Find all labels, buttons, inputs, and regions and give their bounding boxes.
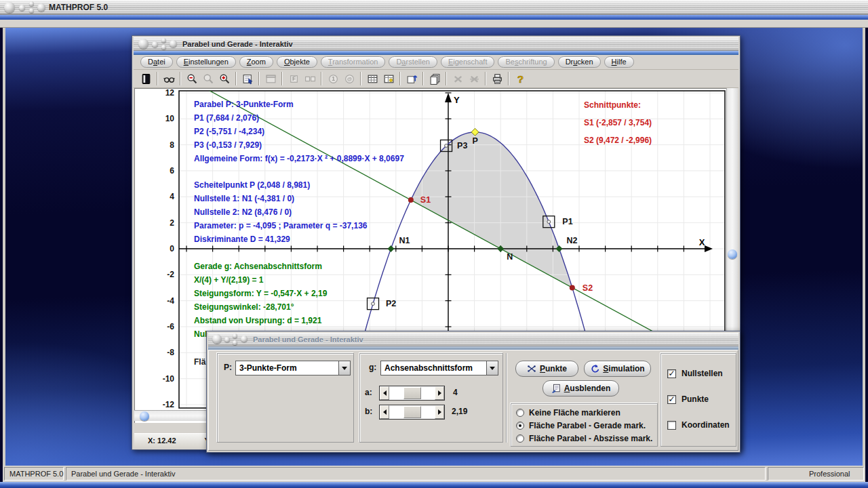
line-info-1: X/(4) + Y/(2,19) = 1	[194, 275, 264, 285]
a-decrement-button[interactable]	[380, 386, 389, 400]
point-label-N: N	[507, 252, 513, 262]
punkte-button[interactable]: Punkte	[515, 361, 578, 377]
graph-menu-button[interactable]	[170, 40, 177, 47]
main-blue-strip	[0, 15, 868, 20]
graph-minimize-button[interactable]	[152, 41, 158, 47]
intersection-info-2: S2 (9,472 / -2,996)	[584, 136, 652, 145]
graph-restore-button[interactable]	[161, 45, 166, 49]
y-tick-label: 10	[165, 114, 175, 123]
radio-option-1[interactable]: Fläche Parabel - Gerade mark.	[516, 421, 646, 430]
glasses-icon[interactable]	[161, 71, 177, 86]
dialog-content: P: 3-Punkte-Form g: Achsenabschnittsform…	[208, 350, 738, 451]
window-up-icon[interactable]	[403, 71, 420, 86]
a-slider-thumb[interactable]	[403, 387, 421, 399]
a-label: a:	[365, 388, 372, 397]
arrow-left-icon	[383, 390, 387, 396]
parabola-form-combobox[interactable]: 3-Punkte-Form	[235, 361, 351, 375]
line-form-combobox[interactable]: Achsenabschnittsform	[380, 361, 498, 375]
main-window-title: MATHPROF 5.0	[49, 3, 108, 12]
printer-icon[interactable]	[489, 71, 505, 86]
window-minimize-button[interactable]	[19, 5, 25, 11]
copies-icon[interactable]	[427, 71, 443, 86]
line-info-0: Gerade g: Achsenabschnittsform	[194, 262, 322, 271]
svg-text:F: F	[292, 75, 295, 82]
dialog-maximize-button[interactable]	[233, 333, 237, 338]
dialog-restore-button[interactable]	[233, 340, 237, 345]
main-window: MATHPROF 5.0 Parabel und Gerade - Intera…	[0, 0, 868, 488]
b-increment-button[interactable]	[435, 405, 444, 419]
point-label-P: P	[473, 136, 478, 146]
horizontal-scrollbar-thumb[interactable]	[140, 411, 149, 421]
properties-icon[interactable]	[239, 71, 256, 86]
line-info-4: Abstand von Ursprung: d = 1,921	[194, 316, 321, 325]
main-titlebar[interactable]: MATHPROF 5.0	[0, 0, 868, 15]
dialog-title: Parabel und Gerade - Interaktiv	[253, 336, 363, 344]
svg-text:1: 1	[332, 75, 335, 82]
dialog-menu-button[interactable]	[241, 336, 248, 342]
window-menu-button[interactable]	[37, 3, 45, 12]
zoom-in-icon[interactable]	[216, 71, 233, 86]
menu-objekte[interactable]: Objekte	[277, 56, 317, 68]
y-tick-label: 4	[170, 192, 174, 201]
radio-option-2[interactable]: Fläche Parabel - Abszisse mark.	[516, 434, 652, 443]
checkbox-label: Punkte	[682, 394, 709, 404]
cursor-x-readout: X: 12.42	[148, 436, 176, 445]
checkbox-punkte[interactable]: ✓Punkte	[667, 394, 709, 404]
parabola-info-0: Parabel P: 3-Punkte-Form	[194, 100, 294, 109]
combo-dropdown-button[interactable]	[338, 361, 350, 375]
window-restore-button[interactable]	[29, 8, 34, 13]
y-tick-label: -4	[167, 296, 174, 306]
table-image-icon[interactable]	[380, 71, 397, 86]
window-maximize-button[interactable]	[29, 1, 34, 6]
graph-maximize-button[interactable]	[161, 38, 166, 43]
simulation-button[interactable]: Simulation	[584, 361, 651, 377]
graph-window-titlebar[interactable]: Parabel und Gerade - Interaktiv	[134, 37, 738, 51]
a-value: 4	[453, 388, 458, 397]
combo-dropdown-button[interactable]	[486, 361, 498, 375]
dialog-titlebar[interactable]: Parabel und Gerade - Interaktiv	[208, 333, 738, 346]
radio-option-0[interactable]: Keine Fläche markieren	[516, 408, 620, 418]
exit-icon[interactable]	[138, 71, 154, 86]
a-slider[interactable]	[379, 386, 445, 401]
menu-hilfe[interactable]: Hilfe	[604, 56, 634, 68]
graph-close-button[interactable]	[138, 39, 149, 49]
a-increment-button[interactable]	[435, 386, 444, 400]
b-slider[interactable]	[379, 405, 445, 420]
separator	[506, 353, 507, 443]
parabola-info2-2: Nullstelle 2: N2 (8,476 / 0)	[194, 207, 292, 217]
parabola-info-1: P1 (7,684 / 2,076)	[194, 113, 259, 123]
punkte-button-label: Punkte	[540, 364, 567, 373]
menu-transformation: Transformation	[321, 56, 386, 68]
ausblenden-button-label: Ausblenden	[564, 384, 611, 393]
dialog-close-button[interactable]	[212, 334, 222, 344]
parabola-info2-4: Diskriminante D = 41,329	[194, 235, 290, 244]
menu-drucken[interactable]: Drucken	[558, 56, 601, 68]
point-label-P2: P2	[386, 299, 396, 308]
vertical-scrollbar-thumb[interactable]	[728, 249, 737, 259]
parabola-info-4: Allgemeine Form: f(x) = -0,2173·X ² + 0,…	[194, 154, 404, 163]
menu-einstellungen[interactable]: Einstellungen	[176, 56, 236, 68]
checkbox-nullstellen[interactable]: ✓Nullstellen	[667, 369, 723, 378]
checkbox-icon: ✓	[667, 395, 676, 404]
table-icon[interactable]	[364, 71, 380, 86]
menu-zoom[interactable]: Zoom	[239, 56, 273, 68]
dialog-minimize-button[interactable]	[224, 337, 230, 342]
function-box-icon: F	[285, 71, 302, 86]
point-label-S1: S1	[420, 195, 431, 205]
b-decrement-button[interactable]	[380, 405, 389, 419]
ausblenden-button[interactable]: Ausblenden	[542, 380, 619, 396]
parabola-form-value: 3-Punkte-Form	[236, 363, 338, 373]
parabola-info2-0: Scheitelpunkt P (2,048 / 8,981)	[194, 180, 310, 190]
zoom-out-icon[interactable]	[184, 71, 200, 86]
checkbox-koordinaten[interactable]: Koordinaten	[667, 420, 730, 430]
help-icon[interactable]: ?	[512, 71, 528, 86]
p-label: P:	[224, 363, 232, 372]
menubar: DateiEinstellungenZoomObjekteTransformat…	[134, 55, 738, 70]
window-close-button[interactable]	[4, 2, 15, 13]
y-tick-label: -12	[163, 400, 175, 409]
toolbar-separator	[399, 72, 401, 85]
menu-datei[interactable]: Datei	[140, 56, 173, 68]
b-slider-thumb[interactable]	[403, 406, 421, 418]
parabola-info-2: P2 (-5,751 / -4,234)	[194, 127, 264, 136]
toolbar-separator	[360, 72, 361, 85]
